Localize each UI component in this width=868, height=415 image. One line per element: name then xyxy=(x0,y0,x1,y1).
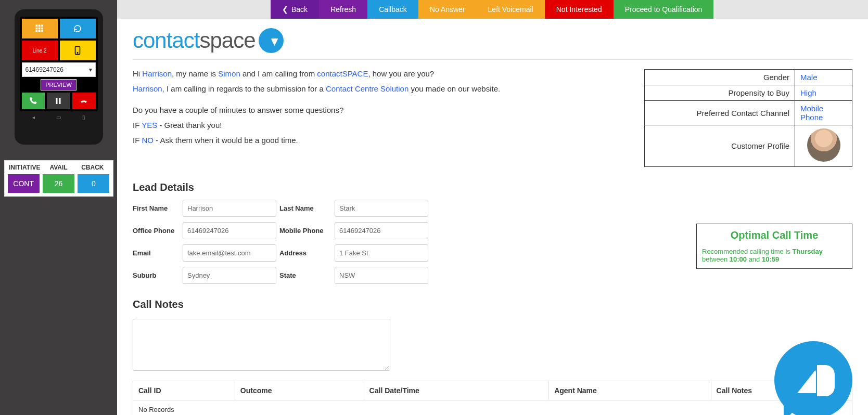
svg-rect-11 xyxy=(56,98,58,104)
logo-space: space xyxy=(199,28,255,53)
svg-rect-0 xyxy=(36,25,38,27)
email-label: Email xyxy=(133,249,180,257)
cback-value: 0 xyxy=(92,179,96,188)
mobile-phone-field[interactable] xyxy=(335,222,428,239)
callback-button[interactable]: Callback xyxy=(367,0,418,19)
last-name-label: Last Name xyxy=(279,204,331,212)
svg-rect-5 xyxy=(41,28,43,30)
avail-count[interactable]: 26 xyxy=(43,174,74,193)
line2-label: Line 2 xyxy=(32,48,46,54)
notinterested-button[interactable]: Not Interested xyxy=(545,0,614,19)
no-records: No Records xyxy=(133,400,852,416)
leftvm-label: Left Voicemail xyxy=(488,5,533,14)
optimal-call-time-panel: Optimal Call Time Recommended calling ti… xyxy=(696,224,852,269)
svg-rect-2 xyxy=(41,25,43,27)
logo-contact: contact xyxy=(133,28,199,53)
propensity-value: High xyxy=(795,85,852,101)
home-icon: ▭ xyxy=(56,114,61,120)
initiative-button[interactable]: CONT xyxy=(8,174,40,193)
phone-nav-icons: ◂ ▭ ▯ xyxy=(20,111,98,120)
status-initiative-header: INITIATIVE xyxy=(8,164,42,171)
logo-icon xyxy=(259,28,284,53)
phone-number-select[interactable]: 61469247026▾ xyxy=(22,62,96,77)
status-panel: INITIATIVE AVAIL CBACK CONT 26 0 xyxy=(4,160,113,197)
suburb-field[interactable] xyxy=(183,267,276,284)
notinterested-label: Not Interested xyxy=(556,5,602,14)
state-field[interactable] xyxy=(335,267,428,284)
office-phone-label: Office Phone xyxy=(133,227,180,235)
col-outcome: Outcome xyxy=(235,381,364,400)
chat-widget-icon[interactable] xyxy=(774,341,852,415)
top-toolbar: ❮Back Refresh Callback No Answer Left Vo… xyxy=(117,0,868,19)
first-name-field[interactable] xyxy=(183,200,276,217)
gender-label: Gender xyxy=(645,70,795,85)
logo: contactspace xyxy=(133,24,852,60)
svg-rect-4 xyxy=(39,28,41,30)
proceed-button[interactable]: Proceed to Qualification xyxy=(614,0,714,19)
svg-rect-12 xyxy=(59,98,61,104)
back-button[interactable]: ❮Back xyxy=(271,0,319,19)
dialpad-icon[interactable] xyxy=(22,19,58,38)
email-field[interactable] xyxy=(183,244,276,262)
call-notes-textarea[interactable] xyxy=(133,319,390,371)
line2-button[interactable]: Line 2 xyxy=(22,41,58,60)
mobile-phone-label: Mobile Phone xyxy=(279,227,331,235)
leftvm-button[interactable]: Left Voicemail xyxy=(477,0,545,19)
hangup-button[interactable] xyxy=(72,93,96,109)
avatar xyxy=(807,128,840,162)
propensity-label: Propensity to Buy xyxy=(645,85,795,101)
main-area: ❮Back Refresh Callback No Answer Left Vo… xyxy=(117,0,868,415)
address-field[interactable] xyxy=(335,244,428,262)
back-label: Back xyxy=(291,5,308,14)
call-history-table: Call ID Outcome Call Date/Time Agent Nam… xyxy=(133,381,852,415)
chevron-down-icon: ▾ xyxy=(89,66,92,73)
col-agent: Agent Name xyxy=(549,381,711,400)
address-label: Address xyxy=(279,249,331,257)
last-name-field[interactable] xyxy=(335,200,428,217)
gender-value: Male xyxy=(795,70,852,85)
svg-rect-8 xyxy=(41,30,43,32)
suburb-label: Suburb xyxy=(133,271,180,279)
svg-rect-1 xyxy=(39,25,41,27)
back-icon: ◂ xyxy=(32,114,35,120)
svg-rect-3 xyxy=(36,28,38,30)
office-phone-field[interactable] xyxy=(183,222,276,239)
preview-button[interactable]: PREVIEW xyxy=(41,79,76,90)
lead-details-title: Lead Details xyxy=(133,181,852,193)
optimal-title: Optimal Call Time xyxy=(702,229,847,241)
phone-number-value: 61469247026 xyxy=(25,66,63,73)
preview-label: PREVIEW xyxy=(45,82,72,88)
pause-button[interactable] xyxy=(47,93,70,109)
channel-label: Preferred Contact Channel xyxy=(645,101,795,125)
avail-value: 26 xyxy=(55,179,63,188)
cback-count[interactable]: 0 xyxy=(78,174,109,193)
proceed-label: Proceed to Qualification xyxy=(625,5,703,14)
state-label: State xyxy=(279,271,331,279)
svg-point-10 xyxy=(77,53,78,54)
sidebar: Line 2 61469247026▾ PREVIEW xyxy=(0,0,117,415)
col-datetime: Call Date/Time xyxy=(364,381,549,400)
svg-rect-6 xyxy=(36,30,38,32)
chevron-left-icon: ❮ xyxy=(282,5,288,14)
col-callid: Call ID xyxy=(133,381,235,400)
status-cback-header: CBACK xyxy=(75,164,109,171)
softphone-panel: Line 2 61469247026▾ PREVIEW xyxy=(15,9,103,145)
noanswer-label: No Answer xyxy=(430,5,465,14)
callback-label: Callback xyxy=(379,5,407,14)
channel-value: Mobile Phone xyxy=(795,101,852,125)
recent-icon: ▯ xyxy=(82,114,85,120)
refresh-label: Refresh xyxy=(330,5,356,14)
customer-info-table: GenderMale Propensity to BuyHigh Preferr… xyxy=(644,69,852,167)
status-avail-header: AVAIL xyxy=(42,164,75,171)
call-button[interactable] xyxy=(22,93,45,109)
refresh-icon[interactable] xyxy=(60,19,96,38)
first-name-label: First Name xyxy=(133,204,180,212)
profile-label: Customer Profile xyxy=(645,125,795,167)
phone-icon[interactable] xyxy=(60,41,96,60)
svg-rect-7 xyxy=(39,30,41,32)
noanswer-button[interactable]: No Answer xyxy=(418,0,477,19)
refresh-button[interactable]: Refresh xyxy=(319,0,367,19)
call-notes-title: Call Notes xyxy=(133,299,852,310)
call-script: Hi Harrison, my name is Simon and I am c… xyxy=(133,69,634,167)
initiative-value: CONT xyxy=(13,179,34,188)
